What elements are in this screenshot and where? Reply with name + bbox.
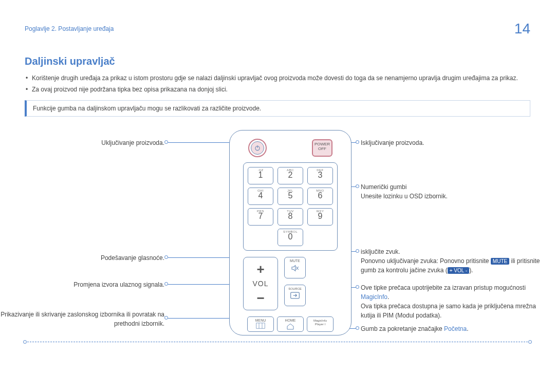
volume-up-icon: + <box>256 263 264 276</box>
page-title: Daljinski upravljač <box>25 55 530 67</box>
bullet-2: Za ovaj proizvod nije podržana tipka bez… <box>25 85 530 94</box>
menu-icon <box>256 323 265 329</box>
svg-rect-5 <box>256 323 265 329</box>
note-box: Funkcije gumba na daljinskom upravljaču … <box>25 100 530 117</box>
numeric-keypad: .QZ1 ABC2 DEF3 GHI4 JKL5 MNO6 PRS7 TUV8 … <box>243 162 338 251</box>
key-3[interactable]: DEF3 <box>307 167 333 184</box>
remote-diagram: Uključivanje proizvoda. Podešavanje glas… <box>25 126 530 352</box>
key-0[interactable]: SYMBOL0 <box>278 229 303 246</box>
magicinfo-button[interactable]: MagicInfoPlayer I <box>307 316 334 332</box>
key-8[interactable]: TUV8 <box>278 208 303 226</box>
home-button[interactable]: HOME <box>277 316 304 332</box>
key-7[interactable]: PRS7 <box>248 208 273 226</box>
key-1[interactable]: .QZ1 <box>248 167 273 184</box>
key-2[interactable]: ABC2 <box>278 167 303 184</box>
label-menu: Prikazivanje ili skrivanje zaslonskog iz… <box>0 310 164 328</box>
label-magicinfo: Ove tipke prečaca upotrijebite za izrava… <box>361 283 546 320</box>
key-6[interactable]: MNO6 <box>307 188 333 205</box>
label-volume: Podešavanje glasnoće. <box>101 253 164 263</box>
mute-icon <box>290 264 300 273</box>
label-power-off: Isključivanje proizvoda. <box>361 138 424 147</box>
menu-button[interactable]: MENU <box>247 316 274 332</box>
power-off-button[interactable]: POWER OFF <box>312 139 332 157</box>
source-button[interactable]: SOURCE <box>284 285 306 306</box>
label-mute: isključite zvuk. Ponovno uključivanje zv… <box>361 247 546 275</box>
label-home: Gumb za pokretanje značajke Početna. <box>361 324 468 333</box>
key-5[interactable]: JKL5 <box>278 188 303 205</box>
label-source: Promjena izvora ulaznog signala. <box>73 280 164 289</box>
vol-tag: + VOL - <box>448 267 469 274</box>
bullet-1: Korištenje drugih uređaja za prikaz u is… <box>25 73 530 83</box>
key-9[interactable]: WXY9 <box>307 208 333 226</box>
chapter-label: Poglavlje 2. Postavljanje uređaja <box>25 25 114 32</box>
key-4[interactable]: GHI4 <box>248 188 273 205</box>
source-icon <box>290 292 300 299</box>
volume-down-icon: − <box>256 291 264 305</box>
home-icon <box>286 323 294 330</box>
mute-button[interactable]: MUTE <box>284 257 306 278</box>
volume-rocker[interactable]: + VOL − <box>243 257 278 310</box>
label-numeric: Numerički gumbi Unesite lozinku u OSD iz… <box>361 182 535 201</box>
label-power-on: Uključivanje proizvoda. <box>101 138 164 147</box>
power-button[interactable] <box>248 139 267 157</box>
remote-body: POWER OFF .QZ1 ABC2 DEF3 GHI4 JKL5 MNO6 … <box>229 130 351 335</box>
mute-tag: MUTE <box>491 258 509 265</box>
page-number: 14 <box>514 21 530 37</box>
power-icon <box>254 144 261 152</box>
